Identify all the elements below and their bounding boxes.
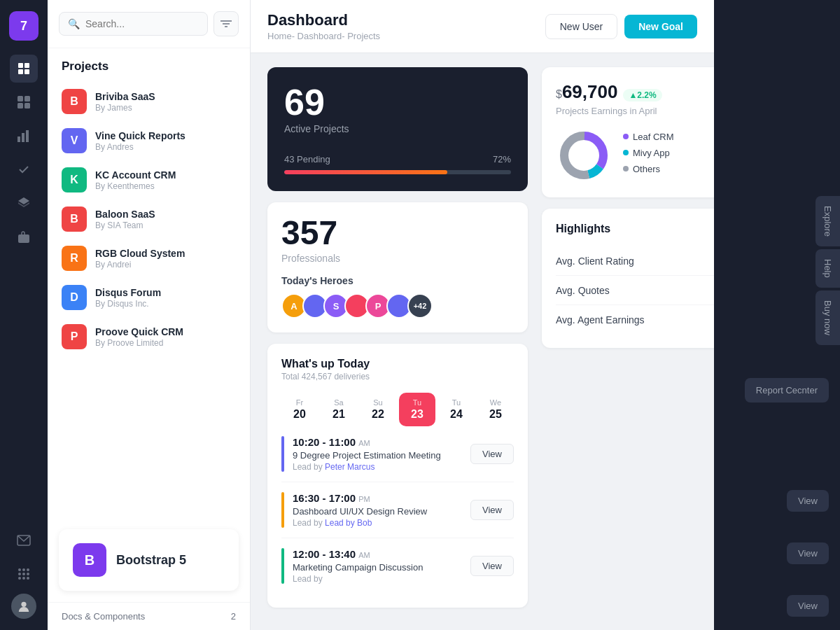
nav-icon-dashboard[interactable] bbox=[10, 55, 38, 83]
project-info: Briviba SaaS By James bbox=[95, 91, 236, 113]
svg-rect-7 bbox=[24, 103, 30, 108]
donut-chart bbox=[556, 127, 612, 183]
event-view-button[interactable]: View bbox=[470, 500, 514, 520]
svg-rect-8 bbox=[18, 136, 20, 142]
event-lead: Lead by bbox=[293, 574, 462, 584]
professionals-card: 357 Professionals Today's Heroes ASP+42 bbox=[267, 202, 528, 332]
svg-rect-1 bbox=[24, 63, 29, 68]
project-icon: B bbox=[62, 206, 87, 232]
day-of-week: Fr bbox=[296, 398, 303, 407]
event-lead-link[interactable]: Peter Marcus bbox=[325, 462, 374, 472]
view-button-3[interactable]: View bbox=[787, 595, 829, 617]
date-number: 24 bbox=[450, 408, 463, 421]
event-name: 9 Degree Project Estimation Meeting bbox=[293, 450, 462, 461]
calendar-day[interactable]: Tu24 bbox=[438, 393, 475, 426]
project-info: Proove Quick CRM By Proove Limited bbox=[95, 326, 236, 348]
legend-item: Others $45,257 bbox=[623, 164, 714, 174]
nav-icon-check[interactable] bbox=[10, 155, 38, 183]
today-title: What's up Today bbox=[281, 358, 514, 370]
search-input[interactable] bbox=[85, 18, 199, 29]
view-button-1[interactable]: View bbox=[787, 490, 829, 512]
filter-button[interactable] bbox=[214, 11, 239, 36]
project-by: By Andrei bbox=[95, 260, 236, 270]
svg-point-15 bbox=[18, 568, 21, 571]
nav-icon-chart[interactable] bbox=[10, 122, 38, 150]
event-item: 10:20 - 11:00 AM 9 Degree Project Estima… bbox=[281, 426, 514, 482]
earnings-label: Projects Earnings in April bbox=[556, 106, 714, 116]
svg-point-24 bbox=[21, 602, 26, 607]
project-icon: K bbox=[62, 167, 87, 192]
calendar-day[interactable]: Su22 bbox=[360, 393, 396, 426]
project-name: Baloon SaaS bbox=[95, 209, 236, 220]
content-right: $69,700 ▲2.2% Projects Earnings in April… bbox=[542, 67, 714, 616]
date-number: 25 bbox=[489, 408, 502, 421]
chart-donut-area: Leaf CRM $7,660 Mivy App $2,820 Others $… bbox=[556, 127, 714, 183]
day-of-week: Tu bbox=[413, 398, 421, 407]
sidebar: 🔍 Projects B Briviba SaaS By James V Vin… bbox=[48, 0, 251, 630]
project-item[interactable]: B Baloon SaaS By SIA Team bbox=[48, 200, 250, 239]
calendar-day[interactable]: Sa21 bbox=[321, 393, 357, 426]
nav-icon-apps[interactable] bbox=[10, 560, 38, 588]
event-time: 12:00 - 13:40 AM bbox=[293, 548, 462, 560]
svg-rect-4 bbox=[18, 96, 23, 102]
calendar-day[interactable]: We25 bbox=[477, 393, 514, 426]
promo-card: B Bootstrap 5 bbox=[59, 529, 239, 591]
highlight-label: Avg. Agent Earnings bbox=[556, 314, 645, 326]
docs-row[interactable]: Docs & Components 2 bbox=[48, 602, 250, 630]
view-button-2[interactable]: View bbox=[787, 542, 829, 564]
calendar-day[interactable]: Fr20 bbox=[281, 393, 318, 426]
svg-rect-13 bbox=[18, 234, 29, 243]
svg-rect-10 bbox=[26, 130, 29, 142]
svg-rect-2 bbox=[18, 69, 23, 74]
event-content: 16:30 - 17:00 PM Dashboard UI/UX Design … bbox=[293, 492, 462, 528]
earnings-card: $69,700 ▲2.2% Projects Earnings in April… bbox=[542, 67, 714, 197]
active-projects-label: Active Projects bbox=[284, 123, 511, 134]
project-item[interactable]: D Disqus Forum By Disqus Inc. bbox=[48, 278, 250, 317]
legend-dot bbox=[623, 150, 629, 155]
new-user-button[interactable]: New User bbox=[545, 14, 617, 39]
explore-tab[interactable]: Explore bbox=[816, 196, 840, 246]
event-name: Dashboard UI/UX Design Review bbox=[293, 506, 462, 517]
date-number: 21 bbox=[332, 408, 345, 421]
search-box[interactable]: 🔍 bbox=[59, 12, 208, 36]
event-view-button[interactable]: View bbox=[470, 556, 514, 576]
svg-rect-5 bbox=[24, 96, 30, 102]
nav-icon-layers[interactable] bbox=[10, 189, 38, 217]
buy-now-tab[interactable]: Buy now bbox=[816, 290, 840, 345]
project-icon: B bbox=[62, 89, 87, 114]
project-item[interactable]: K KC Account CRM By Keenthemes bbox=[48, 160, 250, 200]
project-item[interactable]: V Vine Quick Reports By Andres bbox=[48, 121, 250, 160]
new-goal-button[interactable]: New Goal bbox=[624, 15, 697, 38]
event-lead-link[interactable]: Lead by Bob bbox=[325, 518, 372, 528]
project-by: By Disqus Inc. bbox=[95, 299, 236, 309]
user-number-badge[interactable]: 7 bbox=[9, 11, 38, 41]
heroes-avatars: ASP+42 bbox=[281, 293, 514, 318]
project-item[interactable]: B Briviba SaaS By James bbox=[48, 82, 250, 121]
day-of-week: Tu bbox=[452, 398, 461, 407]
nav-icon-grid[interactable] bbox=[10, 88, 38, 116]
pending-label: 43 Pending bbox=[284, 154, 330, 164]
event-content: 10:20 - 11:00 AM 9 Degree Project Estima… bbox=[293, 436, 462, 472]
project-name: KC Account CRM bbox=[95, 169, 236, 181]
nav-icon-mail[interactable] bbox=[10, 526, 38, 554]
highlights-card: Highlights Avg. Client Rating ↗ 7.8 10 A… bbox=[542, 209, 714, 348]
calendar-day[interactable]: Tu23 bbox=[399, 393, 435, 426]
event-view-button[interactable]: View bbox=[470, 444, 514, 464]
report-center-button[interactable]: Report Cecnter bbox=[745, 378, 829, 402]
currency-symbol: $ bbox=[556, 88, 562, 100]
legend: Leaf CRM $7,660 Mivy App $2,820 Others $… bbox=[623, 132, 714, 180]
nav-icon-briefcase[interactable] bbox=[10, 223, 38, 251]
user-avatar[interactable] bbox=[11, 594, 36, 619]
project-item[interactable]: P Proove Quick CRM By Proove Limited bbox=[48, 317, 250, 356]
svg-point-19 bbox=[22, 573, 25, 575]
hero-avatar: +42 bbox=[407, 293, 433, 318]
svg-point-22 bbox=[22, 577, 25, 580]
project-by: By Andres bbox=[95, 142, 236, 152]
page-title: Dashboard bbox=[267, 11, 380, 29]
event-content: 12:00 - 13:40 AM Marketing Campaign Disc… bbox=[293, 548, 462, 584]
project-item[interactable]: R RGB Cloud System By Andrei bbox=[48, 239, 250, 278]
help-tab[interactable]: Help bbox=[816, 249, 840, 288]
project-info: Vine Quick Reports By Andres bbox=[95, 130, 236, 152]
highlights-title: Highlights bbox=[556, 223, 714, 235]
svg-rect-0 bbox=[18, 63, 23, 68]
